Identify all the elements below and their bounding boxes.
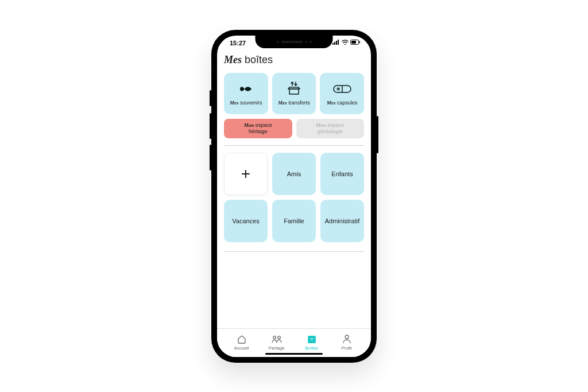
svg-rect-2 [336, 41, 337, 45]
svg-rect-6 [351, 41, 356, 44]
volume-down-button [210, 145, 211, 170]
screen: 15:27 Mes boîtes [217, 36, 371, 357]
tile-label: Mes capsules [327, 100, 358, 106]
top-tiles-grid: Mes souvenirs Mes transferts Mes capsule… [224, 73, 364, 114]
box-label: Amis [287, 170, 301, 177]
svg-rect-3 [338, 40, 339, 45]
box-icon [307, 333, 317, 345]
svg-point-14 [345, 335, 349, 339]
box-enfants[interactable]: Enfants [320, 153, 364, 195]
svg-rect-0 [332, 43, 334, 45]
side-button [210, 90, 211, 106]
boxes-grid: + Amis Enfants Vacances Famille Administ… [224, 153, 364, 242]
svg-rect-11 [308, 337, 316, 343]
svg-rect-1 [334, 42, 335, 45]
tab-profil[interactable]: Profil [329, 333, 364, 351]
plus-icon: + [241, 165, 250, 183]
page-title: Mes boîtes [224, 54, 364, 66]
tab-label: Partage [268, 346, 284, 351]
notch [256, 36, 333, 48]
divider [224, 251, 364, 252]
volume-up-button [210, 113, 211, 139]
profile-icon [342, 333, 351, 345]
svg-point-9 [273, 336, 276, 339]
home-indicator [265, 353, 323, 355]
svg-rect-13 [311, 339, 313, 340]
tile-heritage[interactable]: Mon espacehéritage [224, 119, 292, 138]
divider [224, 145, 364, 146]
tab-boites[interactable]: Boîtes [294, 333, 329, 351]
tile-genealogy[interactable]: Mon espacegénéalogie [296, 119, 365, 138]
home-icon [237, 333, 247, 345]
tab-label: Profil [341, 346, 351, 351]
box-famille[interactable]: Famille [272, 200, 316, 242]
tile-souvenirs[interactable]: Mes souvenirs [224, 73, 268, 114]
tab-label: Boîtes [305, 346, 318, 351]
box-label: Famille [284, 218, 304, 224]
wifi-icon [342, 40, 349, 46]
infinity-icon [237, 81, 255, 97]
tile-label: Mes souvenirs [230, 100, 262, 106]
status-time: 15:27 [230, 40, 246, 46]
tile-transferts[interactable]: Mes transferts [272, 73, 316, 114]
signal-icon [332, 40, 340, 46]
tab-accueil[interactable]: Accueil [224, 333, 259, 351]
tile-capsules[interactable]: Mes capsules [320, 73, 364, 114]
tab-partage[interactable]: Partage [259, 333, 294, 351]
add-box-button[interactable]: + [224, 153, 268, 195]
content: Mes boîtes Mes souvenirs Mes transferts [217, 51, 371, 328]
capsule-icon [332, 81, 352, 97]
tile-label: Mes transferts [278, 100, 310, 106]
tile-label: Mon espacehéritage [244, 122, 272, 135]
box-amis[interactable]: Amis [272, 153, 316, 195]
svg-rect-5 [359, 41, 361, 44]
box-label: Administratif [325, 218, 360, 224]
battery-icon [350, 40, 361, 46]
svg-rect-12 [308, 336, 316, 337]
status-icons [332, 40, 361, 46]
phone-frame: 15:27 Mes boîtes [211, 30, 377, 363]
power-button [377, 116, 378, 153]
tab-label: Accueil [234, 346, 249, 351]
svg-point-10 [277, 336, 280, 339]
box-vacances[interactable]: Vacances [224, 200, 268, 242]
mid-tiles-grid: Mon espacehéritage Mon espacegénéalogie [224, 119, 364, 138]
box-label: Enfants [331, 170, 353, 177]
box-label: Vacances [232, 218, 260, 224]
share-icon [271, 333, 283, 345]
box-administratif[interactable]: Administratif [320, 200, 364, 242]
tile-label: Mon espacegénéalogie [316, 122, 344, 135]
transfer-box-icon [285, 81, 303, 97]
